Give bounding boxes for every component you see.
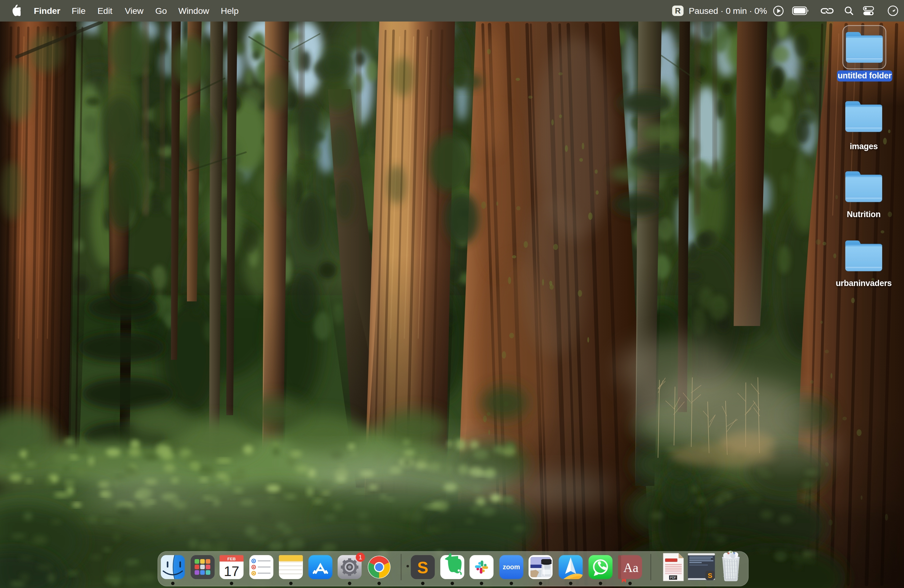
svg-text:images: images — [850, 142, 877, 151]
svg-text:17: 17 — [224, 563, 239, 579]
svg-text:urbaninvaders: urbaninvaders — [836, 279, 892, 288]
svg-text:FEB: FEB — [228, 556, 236, 561]
svg-text:Aa: Aa — [624, 561, 638, 575]
svg-text:untitled folder: untitled folder — [838, 71, 892, 80]
svg-text:PDF: PDF — [670, 576, 676, 579]
svg-text:S: S — [417, 558, 428, 577]
svg-text:zoom: zoom — [503, 563, 520, 571]
svg-text:Nutrition: Nutrition — [847, 210, 880, 219]
svg-text:1: 1 — [359, 553, 362, 561]
svg-text:S: S — [708, 572, 713, 579]
